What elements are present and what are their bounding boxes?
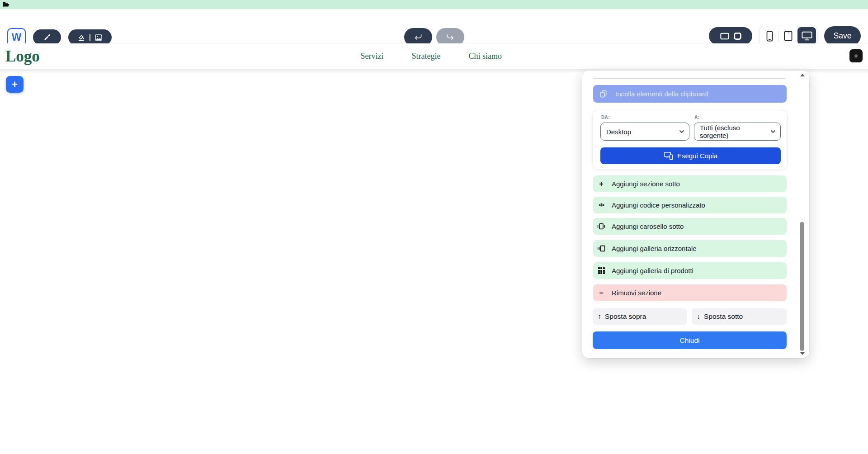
style-media-button[interactable] xyxy=(68,29,112,45)
fill-color-icon xyxy=(77,33,85,42)
action-label: Aggiungi codice personalizzato xyxy=(612,201,705,209)
move-up-button[interactable]: ↑ Sposta sopra xyxy=(593,308,687,325)
desktop-preview-button[interactable] xyxy=(797,27,816,45)
carousel-icon xyxy=(597,223,605,230)
divider xyxy=(90,34,90,41)
save-label: Save xyxy=(834,31,852,41)
site-logo[interactable]: Logo xyxy=(5,43,40,69)
editor-toolbar: W xyxy=(0,9,868,43)
add-nav-item-button[interactable]: + xyxy=(849,49,863,62)
image-icon xyxy=(94,33,103,42)
redo-icon xyxy=(446,33,455,41)
folder-icon[interactable] xyxy=(3,1,9,7)
from-select-value: Desktop xyxy=(606,128,631,136)
move-down-button[interactable]: ↓ Sposta sotto xyxy=(692,308,787,325)
copy-settings-card: DA: A: Desktop Tutti (escluso sorgente) xyxy=(592,110,788,170)
add-product-gallery-item[interactable]: Aggiungi galleria di prodotti xyxy=(593,262,787,279)
divider xyxy=(593,78,785,79)
mobile-icon xyxy=(766,31,773,42)
layout-toggle-button[interactable] xyxy=(709,27,752,45)
nav-item-servizi[interactable]: Servizi xyxy=(361,52,384,61)
editor-window: W xyxy=(0,0,868,454)
app-logo-letter: W xyxy=(12,31,22,43)
execute-copy-button[interactable]: Esegui Copia xyxy=(600,147,781,164)
add-carousel-item[interactable]: Aggiungi carosello sotto xyxy=(593,218,787,235)
plus-icon: + xyxy=(854,52,859,61)
remove-section-item[interactable]: − Rimuovi sezione xyxy=(593,284,787,301)
mobile-preview-button[interactable] xyxy=(760,27,779,45)
eyedropper-icon xyxy=(43,33,51,41)
paste-clipboard-label: Incolla elementi della clipboard xyxy=(615,90,708,98)
panel-scrollbar[interactable] xyxy=(799,72,806,357)
action-label: Aggiungi carosello sotto xyxy=(612,222,684,230)
execute-copy-label: Esegui Copia xyxy=(677,152,717,160)
move-down-label: Sposta sotto xyxy=(704,312,743,321)
horizontal-gallery-icon xyxy=(597,245,605,252)
close-label: Chiudi xyxy=(680,336,700,345)
plus-icon: + xyxy=(597,180,605,188)
scrollbar-thumb[interactable] xyxy=(800,222,804,351)
code-icon: </> xyxy=(597,203,605,208)
action-label: Rimuovi sezione xyxy=(612,289,661,297)
from-label: DA: xyxy=(601,115,610,120)
save-button[interactable]: Save xyxy=(824,26,861,46)
chevron-down-icon xyxy=(770,130,776,133)
nav-item-chi-siamo[interactable]: Chi siamo xyxy=(468,52,502,61)
action-label: Aggiungi sezione sotto xyxy=(612,180,680,188)
chevron-down-icon xyxy=(679,130,684,133)
undo-icon xyxy=(414,33,423,41)
browser-window-icon xyxy=(720,33,729,40)
action-label: Aggiungi galleria orizzontale xyxy=(612,245,697,252)
to-select[interactable]: Tutti (escluso sorgente) xyxy=(694,123,781,141)
add-section-below-item[interactable]: + Aggiungi sezione sotto xyxy=(593,175,787,192)
site-header: Logo Servizi Strategie Chi siamo + xyxy=(0,43,868,69)
os-top-strip xyxy=(0,0,868,9)
add-section-button[interactable]: + xyxy=(6,76,24,93)
nav-item-strategie[interactable]: Strategie xyxy=(412,52,441,61)
desktop-icon xyxy=(802,31,812,41)
arrow-up-icon: ↑ xyxy=(598,312,601,321)
copy-icon xyxy=(599,90,608,98)
add-horizontal-gallery-item[interactable]: Aggiungi galleria orizzontale xyxy=(593,240,787,257)
tablet-icon xyxy=(784,31,793,41)
add-custom-code-item[interactable]: </> Aggiungi codice personalizzato xyxy=(593,197,787,213)
devices-icon xyxy=(664,151,673,160)
panel-window-icon xyxy=(734,33,741,40)
scroll-down-arrow[interactable] xyxy=(800,352,805,355)
paste-clipboard-button[interactable]: Incolla elementi della clipboard xyxy=(593,85,787,103)
arrow-down-icon: ↓ xyxy=(697,312,700,321)
move-up-label: Sposta sopra xyxy=(605,312,646,321)
site-nav: Servizi Strategie Chi siamo xyxy=(361,43,502,69)
from-select[interactable]: Desktop xyxy=(600,123,689,141)
close-panel-button[interactable]: Chiudi xyxy=(593,331,787,349)
section-options-panel: Incolla elementi della clipboard DA: A: … xyxy=(582,71,809,358)
minus-icon: − xyxy=(597,289,605,297)
scroll-up-arrow[interactable] xyxy=(800,74,805,76)
action-label: Aggiungi galleria di prodotti xyxy=(612,267,693,274)
product-grid-icon xyxy=(597,267,605,274)
to-select-value: Tutti (escluso sorgente) xyxy=(700,124,770,139)
eyedropper-button[interactable] xyxy=(33,29,61,45)
tablet-preview-button[interactable] xyxy=(779,27,797,45)
to-label: A: xyxy=(694,115,699,120)
plus-icon: + xyxy=(12,79,18,90)
